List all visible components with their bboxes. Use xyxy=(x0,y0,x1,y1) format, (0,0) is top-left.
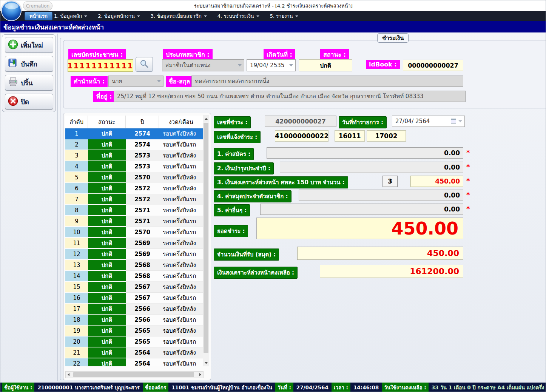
table-row[interactable]: 21ปกติ2564รอบครึ่งปีหลัง xyxy=(65,347,204,358)
horizontal-scrollbar[interactable] xyxy=(65,371,204,378)
sidebar-button-label: ปิด xyxy=(21,97,29,107)
vertical-scrollbar[interactable] xyxy=(203,116,209,366)
fee-value-input-2[interactable]: 0.00 xyxy=(280,162,463,173)
cell-no: 5 xyxy=(65,172,88,183)
cell-year: 2570 xyxy=(126,172,159,183)
add-new-button[interactable]: เพิ่มใหม่ xyxy=(5,37,53,53)
save-icon xyxy=(8,58,18,70)
member-type-select[interactable]: สมาชิกในตำแหน่ง xyxy=(162,59,244,71)
table-row[interactable]: 22ปกติ2564รอบครึ่งปีแรก xyxy=(65,358,204,366)
cell-no: 8 xyxy=(65,205,88,216)
menu-item-4[interactable]: 4. ระบบชำระเงิน xyxy=(217,12,259,20)
cell-status: ปกติ xyxy=(88,271,126,282)
cell-no: 4 xyxy=(65,161,88,172)
table-row[interactable]: 4ปกติ2573รอบครึ่งปีแรก xyxy=(65,161,204,172)
app-orb-button[interactable] xyxy=(1,1,22,21)
table-row[interactable]: 11ปกติ2569รอบครึ่งปีหลัง xyxy=(65,238,204,249)
notice-no-label: เลขที่แจ้งชำระ : xyxy=(214,131,261,143)
table-row[interactable]: 12ปกติ2569รอบครึ่งปีแรก xyxy=(65,249,204,260)
table-row[interactable]: 6ปกติ2572รอบครึ่งปีหลัง xyxy=(65,183,204,194)
cell-no: 2 xyxy=(65,139,88,150)
table-row[interactable]: 1ปกติ2574รอบครึ่งปีหลัง xyxy=(65,128,204,139)
column-header[interactable]: สถานะ xyxy=(88,116,126,128)
table-row[interactable]: 14ปกติ2568รอบครึ่งปีแรก xyxy=(65,271,204,282)
table-row[interactable]: 18ปกติ2566รอบครึ่งปีแรก xyxy=(65,315,204,326)
fee-label-2: 2. เงินบำรุงประจำปี : xyxy=(214,162,274,174)
table-row[interactable]: 13ปกติ2568รอบครึ่งปีหลัง xyxy=(65,260,204,271)
horizontal-scroll-thumb[interactable] xyxy=(73,372,194,377)
menu-tab-home[interactable]: หน้าแรก xyxy=(25,12,52,20)
birth-date-select[interactable]: 19/04/ 2535 xyxy=(247,59,296,71)
table-row[interactable]: 3ปกติ2573รอบครึ่งปีหลัง xyxy=(65,150,204,161)
fee-value-input-5[interactable]: 0.00 xyxy=(260,204,463,215)
column-header[interactable]: ลำดับ xyxy=(65,116,88,128)
scroll-down-button[interactable] xyxy=(203,360,209,366)
table-row[interactable]: 17ปกติ2566รอบครึ่งปีหลัง xyxy=(65,304,204,315)
cell-period: รอบครึ่งปีแรก xyxy=(159,358,204,366)
cell-year: 2570 xyxy=(126,227,159,238)
cell-status: ปกติ xyxy=(88,238,126,249)
status-field: ปกติ xyxy=(299,59,352,71)
notice-no3-field[interactable]: 17002 xyxy=(367,130,406,142)
save-button[interactable]: บันทึก xyxy=(5,56,53,72)
cell-year: 2569 xyxy=(126,249,159,260)
time-value: 14:46:08 xyxy=(353,384,379,390)
cell-period: รอบครึ่งปีแรก xyxy=(159,315,204,326)
menu-bar: หน้าแรก 1. ข้อมูลหลัก2. ข้อมูลพนักงาน3. … xyxy=(0,11,546,21)
table-row[interactable]: 16ปกติ2567รอบครึ่งปีแรก xyxy=(65,293,204,304)
menu-item-label: 4. ระบบชำระเงิน xyxy=(217,12,254,20)
vertical-scroll-thumb[interactable] xyxy=(204,123,208,353)
cell-period: รอบครึ่งปีแรก xyxy=(159,271,204,282)
receipt-no-label: เลขที่ชำระ : xyxy=(214,116,251,128)
menu-item-1[interactable]: 1. ข้อมูลหลัก xyxy=(54,12,87,20)
notice-no-field[interactable]: 410000000022 xyxy=(275,130,329,142)
notice-no2-field[interactable]: 16011 xyxy=(335,130,365,142)
id-card-input[interactable]: 1111111111111 xyxy=(68,59,133,72)
table-row[interactable]: 8ปกติ2571รอบครึ่งปีหลัง xyxy=(65,205,204,216)
sidebar-button-label: เพิ่มใหม่ xyxy=(21,40,43,50)
cell-status: ปกติ xyxy=(88,183,126,194)
txn-date-picker[interactable]: 27/04/ 2564 xyxy=(392,116,465,127)
cell-status: ปกติ xyxy=(88,260,126,271)
print-button[interactable]: ปริ้น xyxy=(5,75,53,91)
cell-no: 3 xyxy=(65,150,88,161)
scroll-right-button[interactable] xyxy=(197,372,203,377)
search-button[interactable] xyxy=(136,57,153,72)
table-row[interactable]: 9ปกติ2571รอบครึ่งปีแรก xyxy=(65,216,204,227)
fee-value-input-4[interactable]: 0.00 xyxy=(299,190,463,201)
fee-label-1: 1. ค่าสมัคร : xyxy=(214,148,254,160)
app-window: ระบบงานสมาชิกฌาปนกิจสงเคราะห์ - [4.2 ชำร… xyxy=(0,0,546,392)
fee-value-input-3[interactable]: 450.00 xyxy=(410,176,463,187)
table-row[interactable]: 2ปกติ2574รอบครึ่งปีแรก xyxy=(65,139,204,150)
menu-item-3[interactable]: 3. ข้อมูลทะเบียนสมาชิก xyxy=(151,12,207,20)
fee-count-input-3[interactable]: 3 xyxy=(383,176,398,187)
cell-no: 13 xyxy=(65,260,88,271)
column-header[interactable]: งวด/เดือน xyxy=(159,116,204,128)
cell-period: รอบครึ่งปีหลัง xyxy=(159,304,204,315)
prefix-select[interactable]: นาย xyxy=(108,76,163,87)
cell-status: ปกติ xyxy=(88,358,126,366)
chevron-down-icon xyxy=(84,15,87,17)
cell-status: ปกติ xyxy=(88,161,126,172)
cell-no: 19 xyxy=(65,326,88,336)
table-row[interactable]: 5ปกติ2570รอบครึ่งปีหลัง xyxy=(65,172,204,183)
menu-item-2[interactable]: 2. ข้อมูลพนักงาน xyxy=(98,12,140,20)
cell-period: รอบครึ่งปีหลัง xyxy=(159,347,204,358)
cell-period: รอบครึ่งปีหลัง xyxy=(159,326,204,336)
received-field[interactable]: 450.00 xyxy=(297,247,463,260)
cell-year: 2567 xyxy=(126,293,159,304)
cell-period: รอบครึ่งปีหลัง xyxy=(159,172,204,183)
close-button[interactable]: ปิด xyxy=(5,94,53,110)
menu-item-5[interactable]: 5. รายงาน xyxy=(270,12,298,20)
table-row[interactable]: 15ปกติ2567รอบครึ่งปีหลัง xyxy=(65,282,204,293)
table-row[interactable]: 20ปกติ2565รอบครึ่งปีแรก xyxy=(65,336,204,347)
table-row[interactable]: 19ปกติ2565รอบครึ่งปีหลัง xyxy=(65,326,204,336)
app-tab-cremation[interactable]: Cremation xyxy=(23,1,52,11)
table-row[interactable]: 7ปกติ2572รอบครึ่งปีแรก xyxy=(65,194,204,205)
column-header[interactable]: ปี xyxy=(126,116,159,128)
table-row[interactable]: 10ปกติ2570รอบครึ่งปีแรก xyxy=(65,227,204,238)
scroll-up-button[interactable] xyxy=(203,116,209,122)
fee-value-input-1[interactable]: 0.00 xyxy=(267,147,463,159)
scroll-left-button[interactable] xyxy=(66,372,71,377)
cell-period: รอบครึ่งปีหลัง xyxy=(159,183,204,194)
